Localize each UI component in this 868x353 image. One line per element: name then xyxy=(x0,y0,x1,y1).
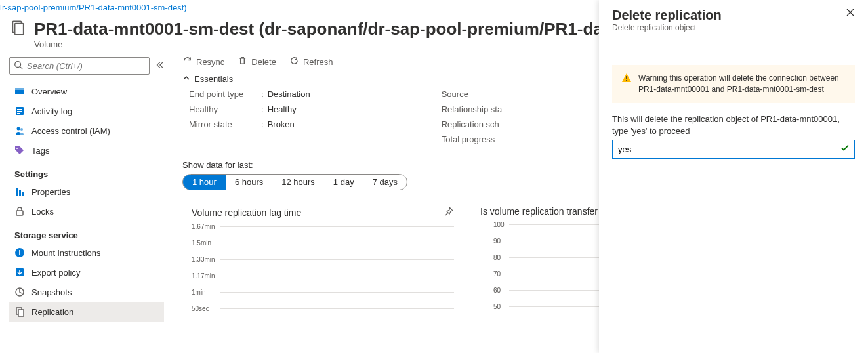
warning-text: Warning this operation will delete the c… xyxy=(638,73,846,95)
range-7days[interactable]: 7 days xyxy=(363,175,407,190)
svg-rect-23 xyxy=(626,76,627,79)
search-box[interactable] xyxy=(9,57,150,75)
svg-rect-13 xyxy=(16,188,18,196)
sidebar-item-label: Overview xyxy=(31,87,67,96)
chevron-up-icon xyxy=(182,74,190,84)
activity-log-icon xyxy=(14,106,25,116)
range-1day[interactable]: 1 day xyxy=(324,175,363,190)
sidebar-item-label: Locks xyxy=(31,207,54,217)
refresh-icon xyxy=(289,56,299,68)
sidebar-item-label: Replication xyxy=(31,307,73,317)
svg-point-2 xyxy=(15,62,21,68)
search-icon xyxy=(14,60,27,72)
svg-rect-7 xyxy=(17,109,22,110)
panel-subtitle: Delete replication object xyxy=(612,23,722,32)
delete-replication-panel: Delete replication Delete replication ob… xyxy=(599,0,868,353)
sidebar-item-label: Snapshots xyxy=(31,287,72,297)
warning-icon xyxy=(621,73,632,95)
sidebar-item-export[interactable]: Export policy xyxy=(9,262,164,282)
confirm-input[interactable] xyxy=(612,140,855,159)
pin-icon[interactable] xyxy=(444,206,454,218)
resync-button[interactable]: Resync xyxy=(182,56,224,68)
svg-rect-14 xyxy=(19,190,21,196)
collapse-sidebar-button[interactable] xyxy=(155,60,164,72)
delete-button[interactable]: Delete xyxy=(238,56,276,68)
confirm-text: This will delete the replication object … xyxy=(612,114,855,137)
warning-box: Warning this operation will delete the c… xyxy=(612,65,855,103)
sidebar-item-label: Mount instructions xyxy=(31,248,101,258)
sidebar-item-label: Tags xyxy=(31,146,49,156)
sidebar-item-properties[interactable]: Properties xyxy=(9,182,164,201)
properties-icon xyxy=(14,186,25,197)
svg-text:i: i xyxy=(19,249,21,257)
range-1hour[interactable]: 1 hour xyxy=(183,175,226,190)
page-title: PR1-data-mnt0001-sm-dest (dr-saponanf/dr… xyxy=(34,19,655,39)
sidebar-item-locks[interactable]: Locks xyxy=(9,201,164,221)
range-6hours[interactable]: 6 hours xyxy=(226,175,272,190)
snapshots-icon xyxy=(14,287,25,297)
svg-rect-22 xyxy=(18,310,24,316)
sidebar-item-label: Activity log xyxy=(31,106,72,116)
sidebar-item-replication[interactable]: Replication xyxy=(9,302,164,322)
panel-title: Delete replication xyxy=(612,8,722,23)
sidebar: Overview Activity log Access control (IA… xyxy=(0,51,169,353)
svg-point-12 xyxy=(16,148,18,149)
svg-rect-1 xyxy=(15,24,24,35)
section-settings: Settings xyxy=(9,160,164,182)
page-subtitle: Volume xyxy=(34,39,655,49)
svg-line-3 xyxy=(20,67,23,70)
resync-icon xyxy=(182,56,192,68)
trash-icon xyxy=(238,56,247,68)
overview-icon xyxy=(14,86,25,96)
svg-rect-16 xyxy=(16,211,23,215)
access-control-icon xyxy=(14,125,25,136)
svg-rect-5 xyxy=(15,88,24,90)
sidebar-item-activity[interactable]: Activity log xyxy=(9,101,164,121)
sidebar-item-label: Access control (IAM) xyxy=(31,126,110,136)
sidebar-item-snapshots[interactable]: Snapshots xyxy=(9,282,164,302)
replication-icon xyxy=(14,306,25,317)
export-policy-icon xyxy=(14,267,25,278)
close-panel-button[interactable] xyxy=(846,8,855,19)
time-range-group: 1 hour 6 hours 12 hours 1 day 7 days xyxy=(182,174,407,190)
tags-icon xyxy=(14,145,25,156)
sidebar-item-tags[interactable]: Tags xyxy=(9,140,164,160)
sidebar-item-label: Properties xyxy=(31,187,70,197)
svg-rect-9 xyxy=(17,113,20,114)
range-12hours[interactable]: 12 hours xyxy=(272,175,324,190)
sidebar-item-access[interactable]: Access control (IAM) xyxy=(9,121,164,140)
svg-point-11 xyxy=(20,128,23,131)
close-icon xyxy=(846,9,855,19)
refresh-button[interactable]: Refresh xyxy=(289,56,333,68)
section-storage: Storage service xyxy=(9,221,164,243)
check-icon xyxy=(840,144,850,155)
sidebar-item-mount[interactable]: i Mount instructions xyxy=(9,243,164,262)
svg-rect-24 xyxy=(626,80,627,81)
search-input[interactable] xyxy=(27,61,145,71)
breadcrumb-link[interactable]: lr-sap-pool-premium/PR1-data-mnt0001-sm-… xyxy=(0,3,187,12)
sidebar-item-overview[interactable]: Overview xyxy=(9,81,164,101)
volume-icon xyxy=(9,19,26,38)
chart-lag-time: Volume replication lag time 1.67min 1.5m… xyxy=(192,206,454,325)
info-icon: i xyxy=(14,247,25,258)
svg-point-10 xyxy=(17,127,20,131)
sidebar-item-label: Export policy xyxy=(31,268,80,278)
lock-icon xyxy=(14,206,25,217)
svg-rect-15 xyxy=(22,192,24,196)
svg-rect-8 xyxy=(17,111,22,112)
